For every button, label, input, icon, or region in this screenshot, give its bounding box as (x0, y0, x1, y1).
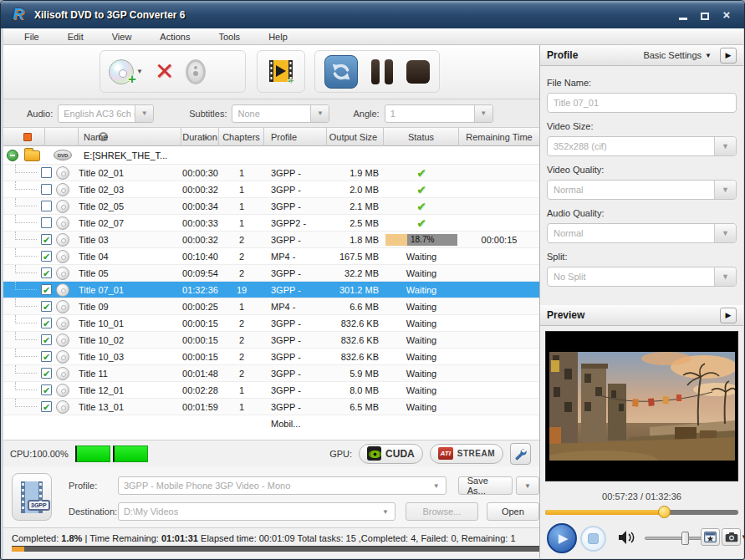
stop-button[interactable] (406, 60, 430, 84)
row-checkbox[interactable]: ✔ (41, 368, 52, 379)
column-check-all[interactable] (3, 128, 45, 146)
file-name-input[interactable]: Title 07_01 (547, 93, 737, 113)
save-as-caret-button[interactable]: ▼ (516, 476, 539, 495)
table-row[interactable]: ✔Title 10_0200:00:1523GPP - Mobil...832.… (3, 332, 539, 349)
cuda-button[interactable]: CUDA (359, 444, 423, 464)
column-disc[interactable] (45, 128, 79, 146)
row-checkbox[interactable]: ✔ (41, 284, 52, 295)
table-row[interactable]: ✔Title 13_0100:01:5913GPP - Mobil...6.5 … (3, 399, 539, 415)
snapshot-caret-icon[interactable]: ▼ (741, 533, 745, 541)
row-checkbox[interactable] (41, 184, 52, 195)
chevron-down-icon[interactable]: ▼ (376, 503, 395, 520)
preview-stop-button[interactable] (580, 526, 606, 552)
seek-knob[interactable] (658, 506, 671, 518)
chevron-down-icon[interactable]: ▼ (714, 224, 736, 242)
row-checkbox[interactable]: ✔ (41, 351, 52, 362)
column-chapters[interactable]: Chapters (219, 128, 264, 146)
destination-select[interactable]: D:\My Videos▼ (118, 502, 395, 521)
row-checkbox[interactable]: ✔ (41, 251, 52, 262)
table-row[interactable]: ✔Title 1100:01:4823GPP - Mobil...5.9 MBW… (3, 365, 539, 382)
volume-icon[interactable] (618, 530, 636, 545)
column-remaining-time[interactable]: Remaining Time (459, 128, 539, 146)
table-header[interactable]: Name▲ Duration Chapters Profile Output S… (3, 128, 539, 146)
row-checkbox[interactable]: ✔ (41, 267, 52, 278)
chevron-down-icon[interactable]: ▼ (135, 105, 153, 122)
table-row[interactable]: Title 02_0700:00:3313GPP2 - Mo...2.5 MB✔ (3, 215, 539, 232)
minimize-button[interactable] (677, 10, 689, 20)
dropdown-caret-icon[interactable]: ▼ (136, 68, 143, 75)
video-quality-select[interactable]: Normal▼ (547, 180, 737, 200)
expand-profile-button[interactable]: ▶ (720, 48, 737, 64)
seek-bar[interactable] (545, 510, 738, 515)
format-button[interactable]: 3GPP (12, 473, 52, 521)
chevron-down-icon[interactable]: ▼ (310, 105, 329, 122)
cell-c6: 167.5 MB (327, 248, 384, 265)
subtitles-select[interactable]: None▼ (232, 104, 329, 123)
table-row[interactable]: ✔Title 12_0100:02:2813GPP - Mobil...8.0 … (3, 382, 539, 399)
column-name[interactable]: Name▲ (79, 128, 181, 146)
table-row[interactable]: ✔Title 0300:00:3223GPP - Mobil...1.8 MB1… (3, 232, 539, 248)
open-button[interactable]: Open (487, 502, 539, 521)
delete-button[interactable]: ✕ (155, 60, 174, 84)
expand-preview-button[interactable]: ▶ (720, 308, 737, 323)
menu-actions[interactable]: Actions (160, 32, 190, 42)
profile-select[interactable]: 3GPP - Mobile Phone 3GP Video - Mono▼ (118, 476, 446, 495)
check-all-icon[interactable] (23, 133, 32, 141)
audio-quality-select[interactable]: Normal▼ (547, 223, 737, 243)
volume-knob[interactable] (681, 532, 689, 545)
table-row[interactable]: ✔Title 10_0300:00:1523GPP - Mobil...832.… (3, 349, 539, 365)
table-row[interactable]: ✔Title 10_0100:00:1523GPP - Mobil...832.… (3, 315, 539, 332)
close-button[interactable]: × (721, 10, 732, 20)
pause-button[interactable] (371, 59, 393, 84)
menu-file[interactable]: File (24, 32, 39, 42)
settings-button[interactable] (510, 443, 531, 465)
chevron-down-icon[interactable]: ▼ (714, 137, 736, 155)
table-row[interactable]: ✔Title 0500:09:5423GPP - Mobil...32.2 MB… (3, 265, 539, 282)
row-checkbox[interactable]: ✔ (41, 384, 52, 395)
table-row[interactable]: Title 02_0100:00:3013GPP - Mobil...1.9 M… (3, 165, 539, 181)
row-checkbox[interactable]: ✔ (41, 334, 52, 345)
menu-help[interactable]: Help (268, 32, 288, 42)
row-checkbox[interactable]: ✔ (41, 401, 52, 412)
chevron-down-icon[interactable]: ▼ (714, 181, 736, 199)
play-button[interactable]: ▶ (547, 523, 577, 553)
row-checkbox[interactable] (41, 167, 52, 178)
row-checkbox[interactable]: ✔ (41, 301, 52, 312)
maximize-button[interactable] (699, 10, 711, 20)
chevron-down-icon[interactable]: ▼ (474, 105, 492, 122)
video-size-select[interactable]: 352x288 (cif)▼ (547, 136, 737, 156)
add-dvd-button[interactable]: + ▼ (109, 59, 143, 84)
table-row[interactable]: Title 02_0500:00:3413GPP - Mobil...2.1 M… (3, 198, 539, 215)
convert-button[interactable] (324, 55, 358, 89)
save-as-button[interactable]: Save As... (458, 476, 513, 495)
ati-stream-button[interactable]: ATI STREAM (430, 444, 503, 464)
add-video-file-button[interactable]: + (266, 59, 296, 85)
column-duration[interactable]: Duration (181, 128, 219, 146)
browse-button[interactable]: Browse... (406, 502, 478, 521)
row-checkbox[interactable] (41, 201, 52, 211)
table-row[interactable]: Title 02_0300:00:3213GPP - Mobil...2.0 M… (3, 181, 539, 198)
collapse-icon[interactable] (7, 150, 18, 161)
column-output-size[interactable]: Output Size (327, 128, 384, 146)
row-checkbox[interactable]: ✔ (41, 234, 52, 245)
menu-edit[interactable]: Edit (68, 32, 84, 42)
menu-tools[interactable]: Tools (218, 32, 240, 42)
basic-settings-toggle[interactable]: Basic Settings▼ (643, 50, 712, 60)
audio-select[interactable]: English AC3 6ch (0x8▼ (58, 104, 154, 123)
table-row[interactable]: ✔Title 0900:00:251MP4 - MPEG...6.6 MBWai… (3, 298, 539, 315)
snapshot-button[interactable] (722, 528, 741, 546)
menu-view[interactable]: View (112, 32, 132, 42)
dvd-info-icon (186, 59, 206, 84)
table-row[interactable]: ✔Title 0400:10:402MP4 - MPEG...167.5 MBW… (3, 248, 539, 265)
split-select[interactable]: No Split▼ (547, 267, 737, 287)
chevron-down-icon[interactable]: ▼ (427, 477, 446, 494)
row-checkbox[interactable]: ✔ (41, 318, 52, 328)
row-checkbox[interactable] (41, 217, 52, 228)
snapshot-manager-button[interactable] (701, 528, 720, 546)
column-status[interactable]: Status (384, 128, 459, 146)
column-profile[interactable]: Profile (264, 128, 327, 146)
table-row[interactable]: ✔Title 07_0101:32:36193GPP - Mobil...301… (3, 282, 539, 298)
angle-select[interactable]: 1▼ (385, 104, 493, 123)
chevron-down-icon[interactable]: ▼ (714, 267, 736, 286)
source-row[interactable]: DVD E:[SHREK_THE_T... (3, 146, 539, 165)
